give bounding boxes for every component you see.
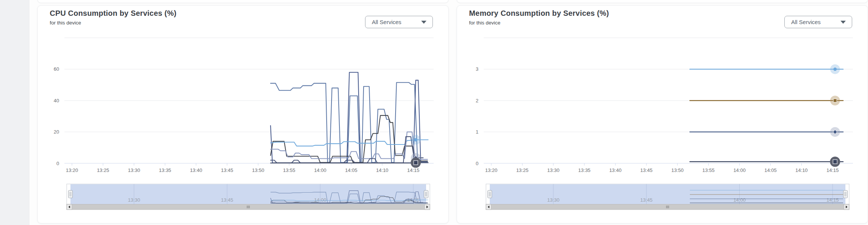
navigator-selected-range[interactable] (490, 184, 845, 204)
memory-chart[interactable]: 012313:2013:2513:3013:3513:4013:4513:501… (457, 6, 868, 223)
navigator[interactable]: 13:3013:4514:0014:15 (67, 184, 430, 204)
svg-text:13:45: 13:45 (221, 197, 234, 203)
svg-text:14:00: 14:00 (314, 167, 327, 173)
svg-text:14:15: 14:15 (827, 197, 839, 203)
svg-text:13:20: 13:20 (485, 167, 498, 173)
scrollbar-left-arrow[interactable] (486, 204, 491, 210)
svg-text:14:10: 14:10 (376, 167, 388, 173)
svg-text:40: 40 (54, 98, 59, 103)
svg-text:14:05: 14:05 (345, 167, 358, 173)
svg-text:13:35: 13:35 (159, 167, 171, 173)
card-above-right (457, 0, 868, 3)
svg-text:13:30: 13:30 (547, 197, 559, 203)
svg-text:13:40: 13:40 (609, 167, 622, 173)
scrollbar-left-arrow[interactable] (67, 204, 72, 210)
scrollbar-right-arrow[interactable] (844, 204, 849, 210)
svg-text:13:45: 13:45 (221, 167, 234, 173)
svg-text:3: 3 (476, 66, 478, 72)
dropdown-label: All Services (372, 19, 401, 25)
x-axis: 13:2013:2513:3013:3513:4013:4513:5013:55… (66, 163, 420, 173)
panel-title: Memory Consumption by Services (%) (469, 9, 609, 18)
scrollbar[interactable] (486, 204, 849, 210)
svg-text:20: 20 (54, 129, 59, 135)
series-line-series-4 (270, 140, 428, 146)
svg-text:13:50: 13:50 (252, 167, 264, 173)
svg-text:13:55: 13:55 (283, 167, 295, 173)
svg-text:14:10: 14:10 (795, 167, 808, 173)
square-marker-icon (414, 161, 418, 165)
cpu-consumption-panel: 020406013:2013:2513:3013:3513:4013:4513:… (37, 5, 449, 223)
svg-text:14:00: 14:00 (734, 197, 746, 203)
svg-text:13:45: 13:45 (640, 197, 653, 203)
y-axis: 0204060 (54, 38, 434, 166)
navigator-handle-right[interactable] (424, 190, 428, 198)
svg-text:13:20: 13:20 (66, 167, 78, 173)
memory-consumption-panel: 012313:2013:2513:3013:3513:4013:4513:501… (457, 5, 868, 223)
y-axis: 0123 (476, 38, 853, 166)
cpu-chart[interactable]: 020406013:2013:2513:3013:3513:4013:4513:… (38, 6, 448, 223)
svg-text:13:30: 13:30 (547, 167, 559, 173)
svg-text:13:40: 13:40 (190, 167, 202, 173)
circle-marker-icon (833, 67, 837, 71)
svg-text:2: 2 (476, 98, 478, 103)
svg-text:1: 1 (476, 129, 478, 135)
svg-text:13:30: 13:30 (128, 167, 140, 173)
services-filter-dropdown[interactable]: All Services (784, 16, 852, 28)
circle-marker-icon (414, 138, 417, 141)
navigator-handle-right[interactable] (844, 190, 848, 198)
navigator[interactable]: 13:3013:4514:0014:15 (486, 184, 849, 204)
series-end-markers (830, 64, 840, 167)
caret-down-icon (421, 21, 426, 24)
svg-text:13:35: 13:35 (578, 167, 591, 173)
scrollbar[interactable] (67, 204, 430, 210)
square-marker-icon (833, 160, 837, 164)
x-axis: 13:2013:2513:3013:3513:4013:4513:5013:55… (485, 163, 839, 173)
svg-text:60: 60 (54, 66, 59, 72)
dropdown-label: All Services (791, 19, 821, 25)
series-end-markers (411, 135, 421, 167)
navigator-selected-range[interactable] (70, 184, 426, 204)
navigator-handle-left[interactable] (69, 190, 73, 198)
caret-down-icon (840, 21, 846, 24)
svg-text:13:25: 13:25 (516, 167, 529, 173)
panel-subtitle: for this device (469, 20, 500, 26)
svg-text:13:25: 13:25 (97, 167, 109, 173)
svg-text:13:30: 13:30 (128, 197, 140, 203)
svg-text:13:55: 13:55 (702, 167, 715, 173)
svg-text:0: 0 (57, 161, 59, 166)
svg-text:13:50: 13:50 (671, 167, 684, 173)
panel-title: CPU Consumption by Services (%) (50, 9, 176, 18)
navigator-handle-left[interactable] (488, 190, 492, 198)
services-filter-dropdown[interactable]: All Services (365, 16, 433, 28)
scrollbar-right-arrow[interactable] (425, 204, 430, 210)
plot-series (270, 72, 428, 163)
svg-text:14:00: 14:00 (734, 167, 746, 173)
svg-text:14:15: 14:15 (827, 167, 839, 173)
panel-subtitle: for this device (50, 20, 81, 26)
page-left-margin (0, 0, 29, 225)
plot-series (690, 69, 843, 162)
svg-text:14:15: 14:15 (407, 167, 420, 173)
series-line-series-7 (270, 163, 428, 163)
svg-text:14:00: 14:00 (314, 197, 327, 203)
svg-text:0: 0 (476, 161, 478, 166)
square-marker-icon (833, 99, 837, 102)
card-above-left (37, 0, 449, 3)
svg-text:13:45: 13:45 (640, 167, 653, 173)
svg-text:14:05: 14:05 (764, 167, 777, 173)
